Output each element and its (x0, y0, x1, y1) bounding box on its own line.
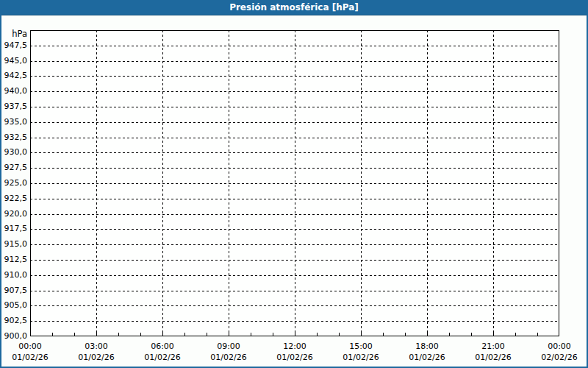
x-minor-tick (251, 333, 251, 336)
v-gridline (162, 30, 163, 336)
v-gridline (427, 30, 428, 336)
y-tick-label: 935,0 (0, 117, 27, 127)
x-minor-tick (361, 333, 362, 336)
x-tick-time-label: 06:00 (137, 342, 188, 352)
y-tick-label: 900,0 (0, 331, 27, 342)
x-tick-time-label: 09:00 (203, 342, 254, 352)
x-minor-tick (207, 333, 207, 336)
y-tick-label: 902,5 (0, 316, 27, 326)
y-axis-unit-label: hPa (0, 29, 27, 39)
y-tick-label: 920,0 (0, 209, 27, 219)
y-tick-label: 912,5 (0, 255, 27, 265)
chart-title-bar: Presión atmosférica [hPa] (0, 0, 588, 15)
x-tick-date-label: 02/02/26 (534, 353, 585, 363)
x-tick-date-label: 01/02/26 (467, 353, 519, 363)
y-tick-label: 915,0 (0, 239, 27, 250)
x-minor-tick (405, 333, 406, 336)
x-minor-tick (184, 333, 185, 336)
x-minor-tick (52, 333, 53, 336)
x-tick-time-label: 03:00 (71, 342, 122, 352)
y-tick-label: 945,0 (0, 56, 27, 66)
x-minor-tick (515, 333, 516, 336)
x-tick-time-label: 15:00 (335, 342, 387, 352)
x-minor-tick (449, 333, 450, 336)
x-minor-tick (295, 333, 295, 336)
x-tick-time-label: 18:00 (401, 342, 453, 352)
y-tick-label: 940,0 (0, 86, 27, 96)
x-minor-tick (317, 333, 318, 336)
x-minor-tick (96, 333, 97, 336)
v-gridline (96, 30, 97, 336)
y-tick-label: 932,5 (0, 132, 27, 143)
x-minor-tick (537, 333, 538, 336)
v-gridline (361, 30, 362, 336)
x-minor-tick (493, 333, 494, 336)
x-tick-time-label: 00:00 (4, 342, 56, 352)
x-tick-date-label: 01/02/26 (71, 353, 122, 363)
y-tick-label: 937,5 (0, 102, 27, 112)
x-tick-date-label: 01/02/26 (137, 353, 188, 363)
y-tick-label: 907,5 (0, 286, 27, 296)
x-minor-tick (118, 333, 119, 336)
y-tick-label: 917,5 (0, 224, 27, 234)
y-tick-label: 947,5 (0, 40, 27, 51)
x-minor-tick (229, 333, 229, 336)
x-minor-tick (273, 333, 273, 336)
chart-title: Presión atmosférica [hPa] (229, 0, 359, 15)
x-tick-date-label: 01/02/26 (335, 353, 387, 363)
x-minor-tick (339, 333, 340, 336)
x-tick-date-label: 01/02/26 (203, 353, 254, 363)
x-minor-tick (140, 333, 141, 336)
x-minor-tick (471, 333, 472, 336)
x-tick-date-label: 01/02/26 (4, 353, 56, 363)
x-minor-tick (162, 333, 163, 336)
x-tick-time-label: 00:00 (534, 342, 585, 352)
v-gridline (295, 30, 295, 336)
x-minor-tick (74, 333, 75, 336)
y-tick-label: 942,5 (0, 71, 27, 81)
x-tick-time-label: 12:00 (269, 342, 320, 352)
plot-area (30, 30, 559, 336)
y-tick-label: 927,5 (0, 163, 27, 173)
x-minor-tick (383, 333, 384, 336)
y-tick-label: 910,0 (0, 270, 27, 280)
y-tick-label: 925,0 (0, 178, 27, 188)
chart-window: Presión atmosférica [hPa] hPa 947,5945,0… (0, 0, 588, 368)
x-minor-tick (427, 333, 428, 336)
v-gridline (493, 30, 494, 336)
y-tick-label: 930,0 (0, 147, 27, 158)
y-tick-label: 922,5 (0, 194, 27, 204)
x-tick-date-label: 01/02/26 (269, 353, 320, 363)
v-gridline (229, 30, 229, 336)
x-tick-time-label: 21:00 (467, 342, 519, 352)
y-tick-label: 905,0 (0, 300, 27, 311)
x-tick-date-label: 01/02/26 (401, 353, 453, 363)
chart-region: hPa 947,5945,0942,5940,0937,5935,0932,59… (0, 0, 588, 368)
